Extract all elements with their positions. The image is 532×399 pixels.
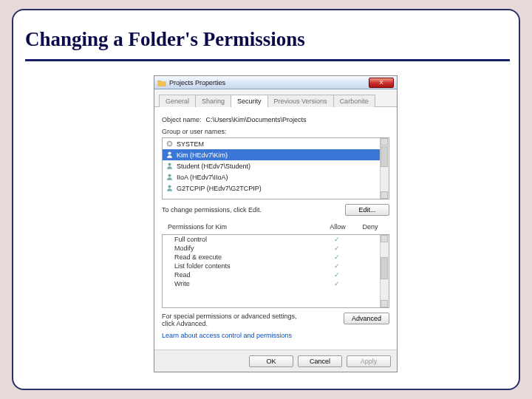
allow-check-icon: ✓ xyxy=(321,253,353,261)
apply-button[interactable]: Apply xyxy=(347,355,391,367)
list-item[interactable]: Student (HEdv7\Student) xyxy=(163,160,389,171)
user-name: IIoA (HEdv7\IIoA) xyxy=(177,174,228,181)
allow-check-icon: ✓ xyxy=(321,245,353,252)
ok-button[interactable]: OK xyxy=(249,355,293,367)
svg-point-1 xyxy=(168,143,171,145)
user-name: Student (HEdv7\Student) xyxy=(177,163,250,170)
table-row: List folder contents✓ xyxy=(163,262,389,270)
folder-icon xyxy=(157,78,166,87)
user-icon xyxy=(166,162,174,170)
window-title: Projects Properties xyxy=(169,79,369,86)
list-item[interactable]: SYSTEM xyxy=(163,138,389,149)
permission-name: Write xyxy=(174,280,321,287)
permission-name: Modify xyxy=(174,245,321,252)
object-name-label: Object name: xyxy=(162,116,202,123)
scroll-thumb[interactable] xyxy=(381,257,388,279)
svg-point-3 xyxy=(168,163,171,166)
permission-name: List folder contents xyxy=(174,262,321,270)
dialog-body: Object name: C:\Users\Kim\Documents\Proj… xyxy=(154,107,397,349)
table-row: Modify✓ xyxy=(163,244,389,253)
advanced-button[interactable]: Advanced xyxy=(344,313,389,324)
slide-title: Changing a Folder's Permissions xyxy=(25,28,305,51)
edit-button[interactable]: Edit... xyxy=(345,204,389,216)
allow-header: Allow xyxy=(321,223,354,231)
list-item[interactable]: Kim (HEdv7\Kim) xyxy=(163,149,389,160)
learn-link[interactable]: Learn about access control and permissio… xyxy=(162,332,389,339)
scroll-thumb[interactable] xyxy=(381,146,388,167)
user-list[interactable]: SYSTEMKim (HEdv7\Kim)Student (HEdv7\Stud… xyxy=(162,137,389,200)
dialog-footer: OK Cancel Apply xyxy=(154,349,397,372)
user-list-scrollbar[interactable] xyxy=(380,138,389,199)
list-item[interactable]: G2TCPIP (HEdv7\G2TCPIP) xyxy=(163,183,389,194)
allow-check-icon: ✓ xyxy=(321,280,353,287)
close-button[interactable]: X xyxy=(369,78,394,88)
table-row: Full control✓ xyxy=(163,235,389,244)
gear-icon xyxy=(166,140,174,148)
properties-dialog: Projects Properties X General Sharing Se… xyxy=(154,75,398,372)
titlebar[interactable]: Projects Properties X xyxy=(154,76,397,89)
slide-frame: Changing a Folder's Permissions Projects… xyxy=(12,9,520,390)
group-users-label: Group or user names: xyxy=(162,128,389,135)
user-name: G2TCPIP (HEdv7\G2TCPIP) xyxy=(177,185,262,192)
deny-header: Deny xyxy=(354,223,386,231)
table-row: Write✓ xyxy=(163,279,389,288)
permissions-scrollbar[interactable] xyxy=(380,235,389,307)
cancel-button[interactable]: Cancel xyxy=(298,355,342,367)
object-name-value: C:\Users\Kim\Documents\Projects xyxy=(206,116,307,123)
table-row: Read✓ xyxy=(163,270,389,279)
edit-hint: To change permissions, click Edit. xyxy=(162,206,262,214)
scroll-up-icon[interactable] xyxy=(381,138,388,146)
tab-security[interactable]: Security xyxy=(231,95,268,107)
permission-name: Full control xyxy=(174,236,321,243)
list-item[interactable]: IIoA (HEdv7\IIoA) xyxy=(163,171,389,183)
tab-strip: General Sharing Security Previous Versio… xyxy=(154,89,397,107)
tab-previous-versions[interactable]: Previous Versions xyxy=(267,95,334,107)
svg-point-4 xyxy=(168,174,171,177)
scroll-up-icon[interactable] xyxy=(381,235,388,242)
scroll-down-icon[interactable] xyxy=(381,300,388,307)
user-icon xyxy=(166,151,174,159)
svg-point-5 xyxy=(168,185,171,188)
advanced-hint: For special permissions or advanced sett… xyxy=(162,313,310,327)
permission-name: Read xyxy=(174,271,321,279)
tab-general[interactable]: General xyxy=(159,95,196,107)
permissions-header: Permissions for Kim xyxy=(168,223,321,231)
tab-carbonite[interactable]: Carbonite xyxy=(333,95,375,107)
user-icon xyxy=(166,184,174,192)
allow-check-icon: ✓ xyxy=(321,236,353,243)
allow-check-icon: ✓ xyxy=(321,271,353,279)
tab-sharing[interactable]: Sharing xyxy=(195,95,231,107)
allow-check-icon: ✓ xyxy=(321,262,353,270)
title-rule xyxy=(25,59,510,61)
user-icon xyxy=(166,173,174,181)
scroll-down-icon[interactable] xyxy=(381,191,388,199)
permissions-table: Full control✓Modify✓Read & execute✓List … xyxy=(162,234,389,308)
permission-name: Read & execute xyxy=(174,253,321,261)
user-name: Kim (HEdv7\Kim) xyxy=(177,151,228,159)
svg-point-2 xyxy=(168,151,171,154)
table-row: Read & execute✓ xyxy=(163,253,389,262)
user-name: SYSTEM xyxy=(177,140,204,148)
